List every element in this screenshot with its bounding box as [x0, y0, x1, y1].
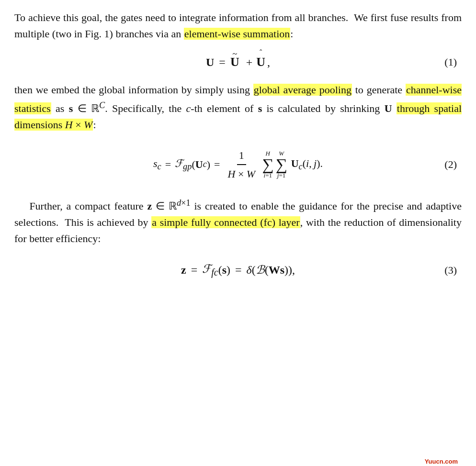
- eq2-paren-open: (: [192, 156, 195, 172]
- eq3-z: z: [181, 261, 186, 278]
- p1-highlight-element-wise-summation: element-wise summation: [184, 28, 291, 40]
- eq2-Uc-sub: c: [203, 158, 207, 171]
- eq2-paren-close: ): [207, 156, 210, 172]
- eq1-U-hat: U ˆ: [256, 53, 265, 71]
- watermark: Yuucn.com CSDN @Marowee: [414, 458, 458, 466]
- p2-text3: as s ∈ ℝC. Specifically, the c-th elemen…: [51, 102, 397, 114]
- watermark-line1: Yuucn.com: [425, 458, 458, 465]
- eq3-ffc: ℱfc: [202, 260, 218, 279]
- page-wrapper: To achieve this goal, the gates need to …: [14, 10, 462, 466]
- eq1-equals: =: [219, 54, 226, 71]
- eq2-fgp: ℱgp: [175, 155, 192, 174]
- equation-1-block: U = U ~ + U ˆ , (1): [14, 53, 462, 71]
- eq1-U-tilde: U ~: [230, 53, 239, 71]
- eq2-eq1: =: [165, 156, 171, 172]
- eq2-sigma2-char: ∑: [275, 157, 287, 172]
- p1-text-colon: :: [290, 28, 293, 40]
- eq2-sigma1-sub: i=1: [264, 172, 272, 179]
- eq3-paren3-open: (: [265, 261, 269, 278]
- eq2-sc: sc: [153, 155, 161, 174]
- eq3-B: ℬ: [256, 261, 265, 278]
- p2-text1: then we embed the global information by …: [14, 84, 253, 96]
- eq2-sigma1-char: ∑: [262, 157, 273, 172]
- eq1-U: U: [206, 54, 214, 71]
- eq3-paren3-close: ): [284, 261, 288, 278]
- eq2-sigma2-sub: j=1: [277, 172, 285, 179]
- eq3-s2: s: [280, 261, 284, 278]
- equation-3-block: z = ℱfc ( s ) = δ ( ℬ ( W s ) ) , (3): [14, 260, 462, 279]
- eq2-frac-num: 1: [237, 147, 246, 165]
- eq3-paren2-open: (: [252, 261, 256, 278]
- eq3-s: s: [222, 261, 227, 278]
- eq1-comma: ,: [267, 54, 270, 71]
- equation-3-content: z = ℱfc ( s ) = δ ( ℬ ( W s ) ) ,: [181, 260, 295, 279]
- p2-text2: to generate: [352, 84, 406, 96]
- equation-1-content: U = U ~ + U ˆ ,: [206, 53, 270, 71]
- eq1-plus: +: [246, 54, 253, 71]
- eq2-sigma1: H ∑ i=1: [262, 150, 273, 179]
- paragraph-3: Further, a compact feature z ∈ ℝd×1 is c…: [14, 196, 462, 247]
- content-block: To achieve this goal, the gates need to …: [14, 10, 462, 279]
- eq3-paren2-close: ): [288, 261, 292, 278]
- eq3-eq1: =: [191, 261, 198, 278]
- paragraph-2: then we embed the global information by …: [14, 82, 462, 133]
- eq3-eq2: =: [235, 261, 242, 278]
- p2-highlight-global-avg-pooling: global average pooling: [253, 84, 352, 96]
- eq2-Uc-ij: Uc(i, j).: [291, 155, 323, 174]
- p3-highlight-fc-layer: a simple fully connected (fc) layer: [151, 216, 300, 228]
- eq2-sigma2: W ∑ j=1: [275, 150, 287, 179]
- equation-2-block: sc = ℱgp ( Uc ) = 1 H × W H ∑ i=1: [14, 147, 462, 182]
- eq3-W: W: [269, 261, 280, 278]
- equation-3-number: (3): [444, 262, 457, 278]
- eq2-Uc: U: [195, 156, 203, 172]
- equation-1-number: (1): [444, 54, 457, 70]
- eq2-eq2: =: [214, 156, 220, 172]
- eq2-frac-den: H × W: [226, 165, 258, 182]
- equation-2-number: (2): [444, 156, 457, 172]
- equation-2-content: sc = ℱgp ( Uc ) = 1 H × W H ∑ i=1: [153, 147, 323, 182]
- p2-text-colon: :: [93, 119, 96, 131]
- eq3-paren1-close: ): [227, 261, 230, 278]
- eq3-paren1-open: (: [218, 261, 222, 278]
- eq3-delta: δ: [247, 261, 252, 278]
- paragraph-1: To achieve this goal, the gates need to …: [14, 10, 462, 42]
- eq2-fraction: 1 H × W: [226, 147, 258, 182]
- eq3-comma: ,: [292, 261, 295, 278]
